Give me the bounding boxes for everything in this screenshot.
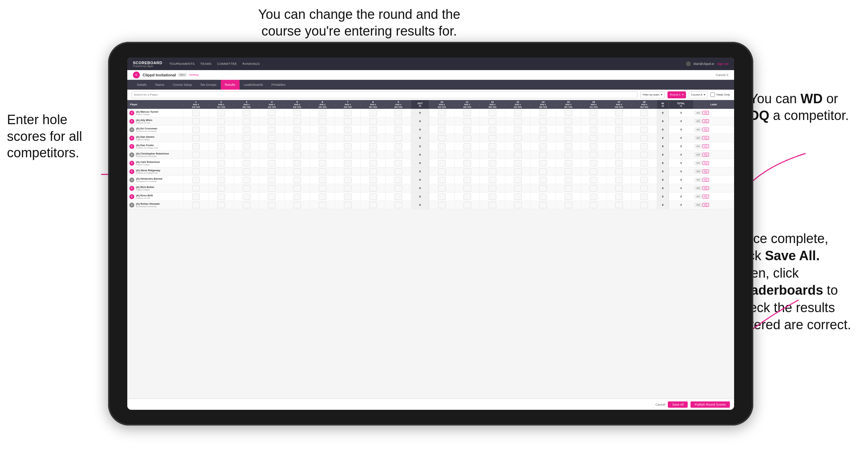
hole-score-input[interactable] (539, 152, 547, 158)
hole-score-input[interactable] (319, 177, 326, 183)
hole-score-input[interactable] (192, 127, 200, 133)
totals-checkbox-input[interactable] (710, 92, 715, 97)
hole-score-input[interactable] (539, 110, 547, 116)
hole-score-input[interactable] (463, 110, 471, 116)
hole-score-input[interactable] (217, 118, 225, 125)
hole-score-input[interactable] (344, 110, 352, 116)
hole-score-input[interactable] (394, 143, 402, 150)
hole-score-input[interactable] (489, 152, 496, 158)
hole-score-input[interactable] (489, 143, 496, 150)
tab-results[interactable]: Results (221, 80, 240, 90)
hole-score-input[interactable] (514, 143, 522, 150)
tab-printables[interactable]: Printables (267, 80, 289, 90)
hole-score-input[interactable] (590, 194, 597, 200)
hole-score-input[interactable] (319, 110, 326, 116)
hole-score-input[interactable] (268, 160, 276, 166)
hole-score-input[interactable] (369, 110, 377, 116)
totals-only-toggle[interactable]: Totals Only (710, 92, 730, 97)
hole-score-input[interactable] (243, 194, 250, 200)
hole-score-input[interactable] (319, 202, 326, 208)
hole-score-input[interactable] (539, 160, 547, 166)
course-dropdown[interactable]: Course A ▾ (689, 91, 708, 98)
hole-score-input[interactable] (369, 194, 377, 200)
hole-score-input[interactable] (640, 160, 648, 166)
hole-score-input[interactable] (640, 194, 648, 200)
hole-score-input[interactable] (539, 177, 547, 183)
hole-score-input[interactable] (539, 185, 547, 191)
hole-score-input[interactable] (615, 143, 623, 150)
hole-score-input[interactable] (369, 177, 377, 183)
hole-score-input[interactable] (590, 168, 597, 175)
hole-score-input[interactable] (463, 143, 471, 150)
hole-score-input[interactable] (514, 110, 522, 116)
hole-score-input[interactable] (394, 160, 402, 166)
hole-score-input[interactable] (243, 118, 250, 125)
wd-button[interactable]: WD (695, 136, 702, 140)
hole-score-input[interactable] (394, 194, 402, 200)
hole-score-input[interactable] (463, 202, 471, 208)
hole-score-input[interactable] (640, 110, 648, 116)
hole-score-input[interactable] (293, 127, 301, 133)
hole-score-input[interactable] (394, 168, 402, 175)
hole-score-input[interactable] (293, 118, 301, 125)
hole-score-input[interactable] (463, 160, 471, 166)
hole-score-input[interactable] (514, 185, 522, 191)
hole-score-input[interactable] (319, 185, 326, 191)
hole-score-input[interactable] (438, 185, 446, 191)
hole-score-input[interactable] (243, 185, 250, 191)
hole-score-input[interactable] (640, 118, 648, 125)
hole-score-input[interactable] (539, 202, 547, 208)
search-input[interactable] (131, 91, 637, 98)
hole-score-input[interactable] (319, 127, 326, 133)
cancel-button[interactable]: Cancel X (716, 73, 729, 77)
hole-score-input[interactable] (293, 143, 301, 150)
hole-score-input[interactable] (463, 135, 471, 141)
wd-button[interactable]: WD (695, 119, 702, 123)
hole-score-input[interactable] (319, 168, 326, 175)
hole-score-input[interactable] (514, 135, 522, 141)
hole-score-input[interactable] (293, 194, 301, 200)
hole-score-input[interactable] (438, 202, 446, 208)
hole-score-input[interactable] (243, 168, 250, 175)
hole-score-input[interactable] (489, 202, 496, 208)
hole-score-input[interactable] (293, 185, 301, 191)
hole-score-input[interactable] (565, 152, 572, 158)
hole-score-input[interactable] (243, 160, 250, 166)
hole-score-input[interactable] (438, 110, 446, 116)
hole-score-input[interactable] (369, 168, 377, 175)
hole-score-input[interactable] (369, 152, 377, 158)
hole-score-input[interactable] (344, 143, 352, 150)
hole-score-input[interactable] (463, 127, 471, 133)
hole-score-input[interactable] (369, 135, 377, 141)
hole-score-input[interactable] (514, 168, 522, 175)
hole-score-input[interactable] (344, 127, 352, 133)
dq-button[interactable]: DQ (702, 111, 709, 115)
hole-score-input[interactable] (192, 177, 200, 183)
hole-score-input[interactable] (514, 152, 522, 158)
hole-score-input[interactable] (489, 177, 496, 183)
hole-score-input[interactable] (438, 127, 446, 133)
hole-score-input[interactable] (640, 143, 648, 150)
wd-button[interactable]: WD (695, 153, 702, 157)
hole-score-input[interactable] (217, 185, 225, 191)
hole-score-input[interactable] (394, 127, 402, 133)
wd-button[interactable]: WD (695, 170, 702, 173)
nav-tournaments[interactable]: TOURNAMENTS (169, 62, 195, 66)
save-all-button[interactable]: Save All (668, 401, 688, 408)
hole-score-input[interactable] (394, 110, 402, 116)
hole-score-input[interactable] (268, 177, 276, 183)
wd-button[interactable]: WD (695, 203, 702, 207)
hole-score-input[interactable] (217, 160, 225, 166)
filter-team-dropdown[interactable]: Filter by team ▾ (640, 91, 665, 98)
hole-score-input[interactable] (438, 160, 446, 166)
hole-score-input[interactable] (217, 110, 225, 116)
hole-score-input[interactable] (268, 127, 276, 133)
hole-score-input[interactable] (565, 127, 572, 133)
hole-score-input[interactable] (565, 110, 572, 116)
tab-teams[interactable]: Teams (151, 80, 169, 90)
hole-score-input[interactable] (489, 118, 496, 125)
hole-score-input[interactable] (268, 110, 276, 116)
hole-score-input[interactable] (615, 202, 623, 208)
nav-teams[interactable]: TEAMS (200, 62, 212, 66)
hole-score-input[interactable] (640, 135, 648, 141)
